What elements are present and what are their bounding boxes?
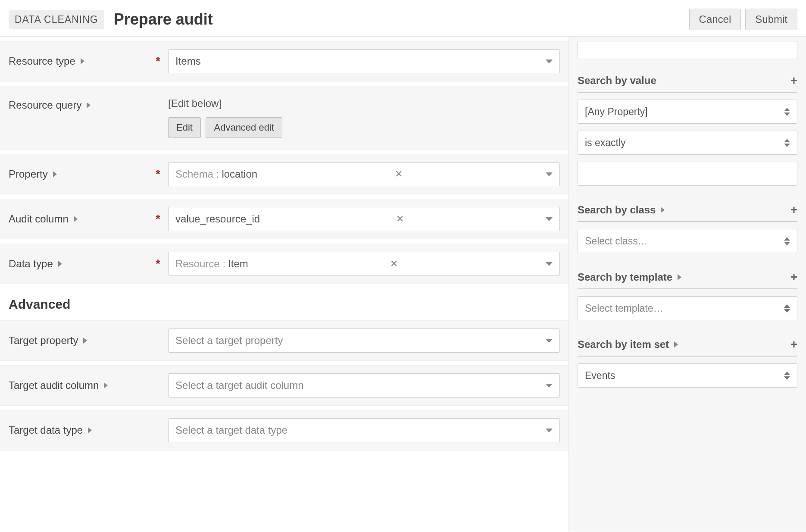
close-icon[interactable]: ✕ bbox=[396, 213, 404, 225]
required-icon: * bbox=[156, 212, 160, 226]
select-value: [Any Property] bbox=[585, 106, 648, 118]
field-target-data-type: Target data type Select a target data ty… bbox=[0, 410, 569, 451]
combo-prefix: Resource : bbox=[175, 258, 225, 270]
chevron-right-icon[interactable] bbox=[661, 207, 665, 213]
page-header: DATA CLEANING Prepare audit Cancel Submi… bbox=[0, 0, 806, 37]
label-target-property: Target property bbox=[9, 335, 78, 347]
label-data-type: Data type bbox=[9, 258, 53, 270]
combo-data-type[interactable]: Resource : Item ✕ bbox=[168, 252, 560, 276]
search-by-class-title: Search by class bbox=[578, 204, 656, 216]
chevron-down-icon bbox=[546, 217, 553, 221]
select-value: is exactly bbox=[585, 137, 626, 149]
select-placeholder: Select a target data type bbox=[175, 424, 287, 436]
sort-icon bbox=[784, 372, 790, 380]
required-icon: * bbox=[156, 257, 160, 271]
submit-button[interactable]: Submit bbox=[745, 9, 797, 30]
field-resource-query: Resource query [Edit below] Edit Advance… bbox=[0, 86, 569, 150]
chevron-down-icon bbox=[546, 429, 553, 432]
sidebar-top-input[interactable] bbox=[578, 41, 797, 59]
chevron-right-icon[interactable] bbox=[83, 338, 87, 344]
plus-icon[interactable]: + bbox=[790, 75, 797, 87]
search-by-value-title: Search by value bbox=[578, 75, 656, 87]
page-title: Prepare audit bbox=[114, 10, 213, 28]
breadcrumb[interactable]: DATA CLEANING bbox=[9, 10, 104, 29]
sort-icon bbox=[784, 139, 790, 147]
chevron-down-icon bbox=[546, 384, 553, 388]
search-item-set-select[interactable]: Events bbox=[578, 363, 797, 388]
combo-property[interactable]: Schema : location ✕ bbox=[168, 162, 560, 186]
select-placeholder: Select class… bbox=[585, 235, 648, 247]
plus-icon[interactable]: + bbox=[790, 338, 797, 350]
cancel-button[interactable]: Cancel bbox=[689, 9, 741, 30]
required-icon: * bbox=[156, 167, 160, 181]
select-placeholder: Select a target audit column bbox=[175, 379, 304, 391]
search-by-class-header: Search by class + bbox=[578, 200, 797, 222]
search-class-select[interactable]: Select class… bbox=[578, 229, 797, 253]
chevron-down-icon bbox=[546, 172, 553, 176]
select-target-data-type[interactable]: Select a target data type bbox=[168, 418, 560, 442]
combo-value: value_resource_id bbox=[175, 213, 260, 225]
edit-button[interactable]: Edit bbox=[168, 117, 201, 138]
field-resource-type: Resource type * Items bbox=[0, 41, 569, 81]
field-target-property: Target property Select a target property bbox=[0, 320, 569, 361]
select-target-audit-column[interactable]: Select a target audit column bbox=[168, 373, 560, 397]
chevron-right-icon[interactable] bbox=[81, 58, 84, 64]
plus-icon[interactable]: + bbox=[790, 271, 797, 283]
select-resource-type[interactable]: Items bbox=[168, 49, 560, 73]
field-data-type: Data type * Resource : Item ✕ bbox=[0, 244, 569, 284]
search-by-item-set-header: Search by item set + bbox=[578, 335, 797, 357]
combo-value: Item bbox=[228, 258, 248, 270]
label-target-audit-column: Target audit column bbox=[9, 379, 99, 391]
sort-icon bbox=[784, 304, 790, 313]
required-icon: * bbox=[156, 54, 160, 68]
search-by-template-header: Search by template + bbox=[578, 268, 797, 289]
sort-icon bbox=[784, 237, 790, 245]
chevron-right-icon[interactable] bbox=[74, 216, 78, 222]
advanced-edit-button[interactable]: Advanced edit bbox=[206, 117, 282, 138]
sort-icon bbox=[784, 108, 790, 116]
resource-query-hint: [Edit below] bbox=[168, 97, 560, 110]
search-by-item-set-title: Search by item set bbox=[578, 338, 669, 350]
advanced-heading: Advanced bbox=[0, 284, 569, 316]
search-by-template-title: Search by template bbox=[578, 271, 672, 283]
close-icon[interactable]: ✕ bbox=[390, 258, 398, 269]
close-icon[interactable]: ✕ bbox=[395, 169, 403, 180]
chevron-down-icon bbox=[546, 262, 553, 266]
label-audit-column: Audit column bbox=[9, 213, 69, 225]
search-value-property[interactable]: [Any Property] bbox=[578, 100, 797, 124]
chevron-right-icon[interactable] bbox=[87, 102, 91, 108]
select-placeholder: Select template… bbox=[585, 303, 663, 314]
plus-icon[interactable]: + bbox=[790, 204, 797, 216]
chevron-right-icon[interactable] bbox=[104, 382, 108, 388]
field-target-audit-column: Target audit column Select a target audi… bbox=[0, 365, 569, 406]
select-target-property[interactable]: Select a target property bbox=[168, 329, 560, 353]
sidebar: Search by value + [Any Property] is exac… bbox=[569, 37, 806, 532]
combo-value: location bbox=[222, 168, 257, 180]
chevron-right-icon[interactable] bbox=[88, 427, 92, 433]
chevron-right-icon[interactable] bbox=[674, 341, 678, 347]
combo-audit-column[interactable]: value_resource_id ✕ bbox=[168, 207, 560, 231]
chevron-right-icon[interactable] bbox=[53, 171, 57, 177]
select-value: Items bbox=[175, 55, 201, 67]
select-value: Events bbox=[585, 370, 615, 382]
chevron-right-icon[interactable] bbox=[58, 261, 62, 267]
field-audit-column: Audit column * value_resource_id ✕ bbox=[0, 199, 569, 239]
label-property: Property bbox=[9, 168, 48, 180]
label-resource-query: Resource query bbox=[9, 99, 81, 111]
label-target-data-type: Target data type bbox=[9, 424, 83, 436]
select-placeholder: Select a target property bbox=[175, 335, 283, 347]
search-value-operator[interactable]: is exactly bbox=[578, 131, 797, 155]
field-property: Property * Schema : location ✕ bbox=[0, 154, 569, 194]
chevron-down-icon bbox=[546, 339, 553, 343]
form-pane: Resource type * Items Resource query [Ed… bbox=[0, 37, 569, 532]
search-value-input[interactable] bbox=[578, 162, 797, 186]
label-resource-type: Resource type bbox=[9, 55, 75, 67]
search-by-value-header: Search by value + bbox=[578, 71, 797, 93]
chevron-down-icon bbox=[546, 59, 553, 63]
chevron-right-icon[interactable] bbox=[678, 274, 681, 280]
search-template-select[interactable]: Select template… bbox=[578, 296, 797, 320]
combo-prefix: Schema : bbox=[175, 168, 219, 180]
